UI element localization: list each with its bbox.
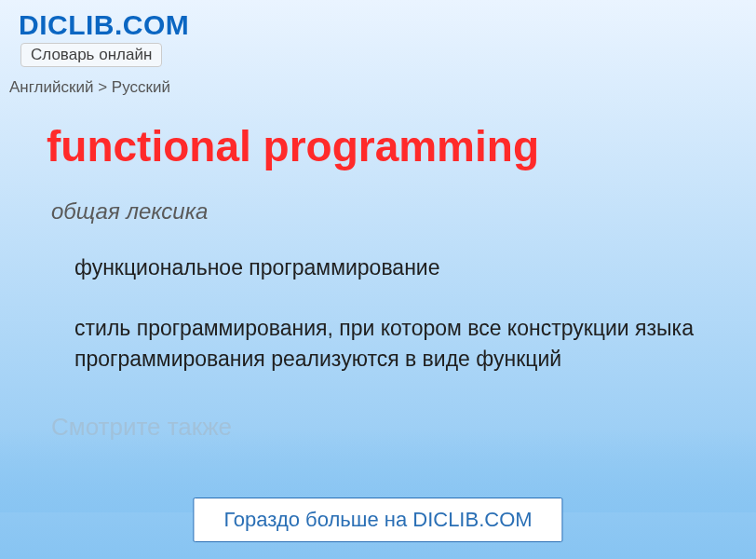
- site-tagline: Словарь онлайн: [31, 46, 152, 63]
- more-link-button[interactable]: Гораздо больше на DICLIB.COM: [193, 498, 562, 542]
- see-also-label: Смотрите также: [51, 413, 705, 442]
- tagline-box: Словарь онлайн: [20, 43, 162, 67]
- site-logo[interactable]: DICLIB.COM: [19, 9, 737, 41]
- entry-title: functional programming: [0, 104, 756, 189]
- breadcrumb-to[interactable]: Русский: [112, 78, 170, 96]
- entry-category: общая лексика: [51, 198, 705, 225]
- entry-content: общая лексика функциональное программиро…: [0, 189, 756, 442]
- header: DICLIB.COM Словарь онлайн: [0, 0, 756, 71]
- breadcrumb: Английский > Русский: [0, 71, 756, 104]
- definition-2: стиль программирования, при котором все …: [74, 313, 705, 375]
- breadcrumb-separator: >: [98, 78, 107, 96]
- breadcrumb-from[interactable]: Английский: [9, 78, 93, 96]
- definition-1: функциональное программирование: [74, 252, 705, 283]
